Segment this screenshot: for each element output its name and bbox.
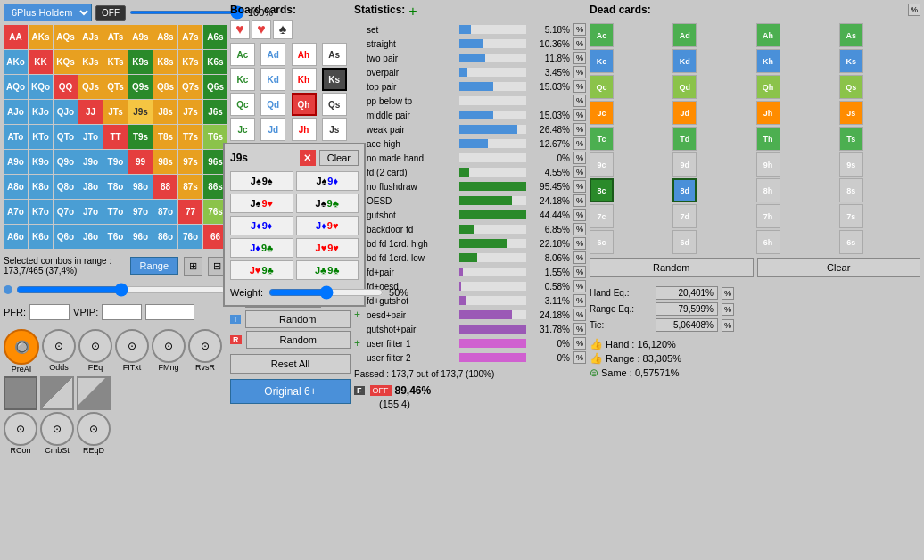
range-cell-k8s[interactable]: K8s bbox=[153, 50, 177, 74]
dead-card-7c[interactable]: 7c bbox=[590, 204, 614, 228]
stat-pct-btn-6[interactable]: % bbox=[573, 109, 586, 121]
combo-cell-8[interactable]: J♥9♣ bbox=[230, 260, 293, 280]
range-cell-k7s[interactable]: K7s bbox=[178, 50, 202, 74]
board-card-qs[interactable]: Qs bbox=[322, 93, 347, 116]
fmng-icon[interactable]: ⊙ bbox=[152, 329, 186, 363]
range-cell-t9s[interactable]: T9s bbox=[128, 125, 153, 149]
range-cell-kto[interactable]: KTo bbox=[29, 125, 53, 149]
combo-cell-1[interactable]: J♠9♦ bbox=[296, 171, 359, 191]
range-cell-k8o[interactable]: K8o bbox=[29, 175, 53, 199]
range-cell-76o[interactable]: 76o bbox=[178, 225, 202, 249]
range-cell-kk[interactable]: KK bbox=[29, 50, 53, 74]
range-cell-jto[interactable]: JTo bbox=[78, 125, 103, 149]
stat-pct-btn-17[interactable]: % bbox=[573, 266, 586, 278]
range-cell-a7s[interactable]: A7s bbox=[178, 25, 202, 49]
range-cell-j7o[interactable]: J7o bbox=[78, 200, 103, 224]
range-cell-kqs[interactable]: KQs bbox=[54, 50, 78, 74]
dead-card-ac[interactable]: Ac bbox=[590, 23, 614, 47]
weight-slider[interactable] bbox=[268, 285, 384, 300]
stat-pct-btn-10[interactable]: % bbox=[573, 166, 586, 178]
range-cell-j9o[interactable]: J9o bbox=[78, 150, 103, 174]
combo-cell-5[interactable]: J♦9♥ bbox=[296, 216, 359, 235]
main-slider[interactable] bbox=[129, 11, 244, 14]
original-6plus-button[interactable]: Original 6+ bbox=[230, 379, 351, 404]
dead-card-7s[interactable]: 7s bbox=[839, 204, 863, 228]
user-filter1-pct[interactable]: % bbox=[573, 337, 586, 350]
stat-pct-btn-1[interactable]: % bbox=[573, 37, 586, 50]
combo-cell-9[interactable]: J♣9♣ bbox=[296, 260, 359, 280]
stat-pct-btn-18[interactable]: % bbox=[573, 280, 586, 292]
game-select[interactable]: 6Plus Holdem bbox=[4, 4, 92, 21]
range-cell-aqs[interactable]: AQs bbox=[54, 25, 78, 49]
dead-card-9h[interactable]: 9h bbox=[756, 152, 780, 177]
range-cell-kjo[interactable]: KJo bbox=[29, 100, 53, 124]
board-card-js[interactable]: Js bbox=[322, 118, 347, 141]
dead-card-qs[interactable]: Qs bbox=[839, 75, 863, 99]
dead-card-8c[interactable]: 8c bbox=[590, 178, 614, 202]
board-card-ah[interactable]: Ah bbox=[292, 43, 317, 66]
dead-card-ts[interactable]: Ts bbox=[839, 127, 863, 151]
pfr-input[interactable] bbox=[29, 304, 70, 320]
reqd-icon[interactable]: ⊙ bbox=[77, 412, 111, 446]
range-cell-qq[interactable]: QQ bbox=[54, 75, 78, 99]
stat-pct-btn-15[interactable]: % bbox=[573, 237, 586, 250]
stat-pct-btn-20[interactable]: % bbox=[573, 309, 586, 321]
range-cell-ato[interactable]: ATo bbox=[4, 125, 28, 149]
stat-pct-btn-14[interactable]: % bbox=[573, 223, 586, 235]
reset-all-button[interactable]: Reset All bbox=[230, 354, 351, 374]
stat-pct-btn-19[interactable]: % bbox=[573, 294, 586, 307]
vpip-input[interactable] bbox=[102, 304, 142, 320]
dead-clear-button[interactable]: Clear bbox=[757, 258, 921, 277]
range-cell-j6o[interactable]: J6o bbox=[78, 225, 103, 249]
range-cell-a7o[interactable]: A7o bbox=[4, 200, 28, 224]
dead-card-7d[interactable]: 7d bbox=[672, 204, 697, 228]
board-card-kd[interactable]: Kd bbox=[260, 68, 285, 91]
feq-icon[interactable]: ⊙ bbox=[78, 329, 112, 363]
dead-card-ah[interactable]: Ah bbox=[756, 23, 780, 47]
combo-cell-3[interactable]: J♠9♣ bbox=[296, 194, 359, 213]
range-cell-t6o[interactable]: T6o bbox=[103, 225, 128, 249]
range-cell-98o[interactable]: 98o bbox=[128, 175, 153, 199]
range-cell-j9s[interactable]: J9s bbox=[128, 100, 153, 124]
hand-eq-pct[interactable]: % bbox=[722, 287, 734, 300]
dead-card-kh[interactable]: Kh bbox=[756, 49, 780, 73]
board-suit-hearts2[interactable]: ♥ bbox=[252, 20, 271, 39]
board-card-as[interactable]: As bbox=[322, 43, 347, 66]
range-cell-t9o[interactable]: T9o bbox=[103, 150, 128, 174]
popup-close-button[interactable]: ✕ bbox=[300, 150, 316, 166]
dead-card-6c[interactable]: 6c bbox=[590, 230, 614, 254]
range-cell-a6s[interactable]: A6s bbox=[203, 25, 227, 49]
board-random-r-button[interactable]: Random bbox=[246, 331, 351, 349]
board-card-qh[interactable]: Qh bbox=[292, 93, 317, 116]
dead-pct-button[interactable]: % bbox=[908, 4, 920, 16]
range-cell-jts[interactable]: JTs bbox=[103, 100, 128, 124]
board-card-qd[interactable]: Qd bbox=[260, 93, 285, 116]
range-cell-87s[interactable]: 87s bbox=[178, 175, 202, 199]
dead-card-9s[interactable]: 9s bbox=[839, 152, 863, 177]
board-card-kc[interactable]: Kc bbox=[230, 68, 255, 91]
range-cell-a9s[interactable]: A9s bbox=[128, 25, 153, 49]
dead-card-6d[interactable]: 6d bbox=[672, 230, 697, 254]
range-cell-k9s[interactable]: K9s bbox=[128, 50, 153, 74]
corner-square[interactable] bbox=[77, 376, 111, 410]
board-card-ac[interactable]: Ac bbox=[230, 43, 255, 66]
range-cell-kts[interactable]: KTs bbox=[103, 50, 128, 74]
dead-card-8d[interactable]: 8d bbox=[672, 178, 697, 202]
dead-random-button[interactable]: Random bbox=[590, 258, 754, 277]
range-cell-j8s[interactable]: J8s bbox=[153, 100, 177, 124]
range-cell-77[interactable]: 77 bbox=[178, 200, 202, 224]
dead-card-as[interactable]: As bbox=[839, 23, 863, 47]
dead-card-ks[interactable]: Ks bbox=[839, 49, 863, 73]
range-cell-q6s[interactable]: Q6s bbox=[203, 75, 227, 99]
range-cell-88[interactable]: 88 bbox=[153, 175, 177, 199]
dead-card-kd[interactable]: Kd bbox=[672, 49, 697, 73]
range-cell-q7o[interactable]: Q7o bbox=[54, 200, 78, 224]
range-cell-qto[interactable]: QTo bbox=[54, 125, 78, 149]
board-card-jh[interactable]: Jh bbox=[292, 118, 317, 141]
dead-card-ad[interactable]: Ad bbox=[672, 23, 697, 47]
stat-pct-btn-13[interactable]: % bbox=[573, 209, 586, 221]
range-cell-87o[interactable]: 87o bbox=[153, 200, 177, 224]
range-cell-ajs[interactable]: AJs bbox=[78, 25, 103, 49]
range-cell-j6s[interactable]: J6s bbox=[203, 100, 227, 124]
gray-square[interactable] bbox=[4, 376, 37, 410]
